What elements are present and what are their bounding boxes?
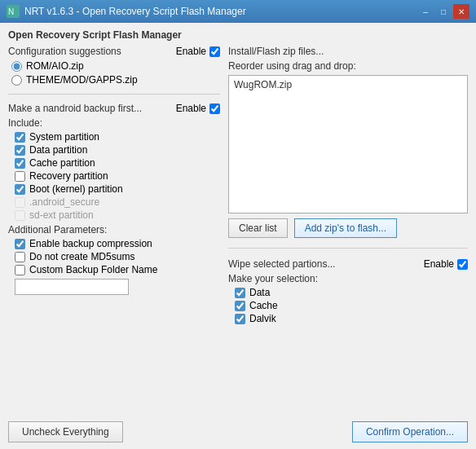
checkbox-data[interactable] [15,145,25,156]
partition-boot[interactable]: Boot (kernel) partition [15,183,220,195]
partition-list: System partition Data partition Cache pa… [8,131,220,221]
option-md5[interactable]: Do not create MD5sums [15,251,220,262]
config-option-rom[interactable]: ROM/AIO.zip [11,60,220,72]
wipe-panel-row: Wipe selected partions... Enable [228,258,468,273]
label-wipe-cache: Cache [249,300,278,311]
close-button[interactable]: ✕ [453,4,469,19]
wipe-enable-checkbox[interactable] [457,259,468,270]
partition-system[interactable]: System partition [15,131,220,143]
label-cache: Cache partition [29,157,95,169]
flash-title: Install/Flash zip files... [228,46,468,57]
checkbox-sdext [15,210,25,221]
right-panel: Install/Flash zip files... Reorder using… [228,46,468,412]
label-wipe-dalvik: Dalvik [249,313,276,324]
checkbox-compression[interactable] [15,239,25,249]
checkbox-wipe-cache[interactable] [235,301,245,311]
list-item[interactable]: WugROM.zip [231,77,465,92]
partition-sdext: sd-ext partition [15,209,220,221]
additional-options: Enable backup compression Do not create … [8,238,220,295]
include-label: Include: [8,117,220,129]
config-title: Configuration suggestions [8,46,121,57]
bottom-bar: Uncheck Everything Confirm Operation... [8,418,468,442]
reorder-label: Reorder using drag and drop: [228,60,468,72]
checkbox-wipe-dalvik[interactable] [235,314,245,324]
option-compression[interactable]: Enable backup compression [15,238,220,249]
partition-android-secure: .android_secure [15,196,220,208]
checkbox-recovery[interactable] [15,171,25,182]
content-body: Configuration suggestions Enable ROM/AIO… [8,46,468,412]
checkbox-boot[interactable] [15,184,25,195]
titlebar-left: N NRT v1.6.3 - Open Recovery Script Flas… [7,5,246,18]
label-data: Data partition [29,144,87,156]
wipe-enable-row: Enable [424,258,468,270]
checkbox-custom-folder[interactable] [15,265,25,275]
confirm-operation-button[interactable]: Confirm Operation... [352,421,468,442]
config-option-theme[interactable]: THEME/MOD/GAPPS.zip [11,74,220,86]
flash-section: Install/Flash zip files... Reorder using… [228,46,468,238]
make-selection-label: Make your selection: [228,273,468,284]
config-title-row: Configuration suggestions Enable [8,46,220,57]
additional-params-label: Additional Parameters: [8,224,220,236]
checkbox-wipe-data[interactable] [235,288,245,298]
app-main-header: Open Recovery Script Flash Manager [8,29,468,41]
config-enable-label: Enable [176,46,206,57]
backup-enable-row: Enable [176,103,220,114]
svg-text:N: N [8,7,14,16]
backup-title-row: Make a nandroid backup first... Enable [8,103,220,114]
divider-2 [228,248,468,249]
config-radio-group: ROM/AIO.zip THEME/MOD/GAPPS.zip [8,60,220,86]
divider-1 [8,94,220,95]
label-boot: Boot (kernel) partition [29,183,123,195]
backup-enable-checkbox[interactable] [209,103,220,114]
clear-list-button[interactable]: Clear list [228,218,288,238]
label-md5: Do not create MD5sums [29,251,134,262]
wipe-enable-label: Enable [424,258,454,270]
config-theme-label: THEME/MOD/GAPPS.zip [26,74,138,86]
config-radio-rom[interactable] [11,61,22,72]
zip-listbox[interactable]: WugROM.zip [228,75,468,213]
maximize-button[interactable]: □ [435,4,452,19]
option-custom-folder[interactable]: Custom Backup Folder Name [15,264,220,275]
label-wipe-data: Data [249,287,270,298]
label-android-secure: .android_secure [29,196,99,208]
backup-enable-label: Enable [176,103,206,114]
flash-buttons: Clear list Add zip's to flash... [228,218,468,238]
wipe-title: Wipe selected partions... [228,258,335,270]
uncheck-everything-button[interactable]: Uncheck Everything [8,421,123,442]
left-panel: Configuration suggestions Enable ROM/AIO… [8,46,220,412]
partition-recovery[interactable]: Recovery partition [15,170,220,182]
config-enable-row: Enable [176,46,220,57]
config-radio-theme[interactable] [11,75,22,86]
backup-title: Make a nandroid backup first... [8,103,142,114]
wipe-section: Wipe selected partions... Enable Make yo… [228,258,468,412]
main-content: Open Recovery Script Flash Manager Confi… [0,23,476,449]
config-rom-label: ROM/AIO.zip [26,60,84,72]
label-system: System partition [29,131,99,143]
partition-cache[interactable]: Cache partition [15,157,220,169]
label-compression: Enable backup compression [29,238,152,249]
window-title: NRT v1.6.3 - Open Recovery Script Flash … [24,6,246,17]
checkbox-md5[interactable] [15,252,25,262]
minimize-button[interactable]: – [417,4,434,19]
checkbox-android-secure [15,197,25,208]
label-sdext: sd-ext partition [29,209,94,221]
backup-section: Make a nandroid backup first... Enable I… [8,103,220,295]
titlebar: N NRT v1.6.3 - Open Recovery Script Flas… [0,0,476,23]
checkbox-system[interactable] [15,132,25,143]
checkbox-cache[interactable] [15,158,25,169]
wipe-dalvik[interactable]: Dalvik [235,313,468,324]
wipe-data[interactable]: Data [235,287,468,298]
config-enable-checkbox[interactable] [209,46,220,57]
custom-folder-input[interactable] [15,279,129,295]
label-custom-folder: Custom Backup Folder Name [29,264,157,275]
wipe-cache[interactable]: Cache [235,300,468,311]
wipe-partition-list: Data Cache Dalvik [228,287,468,324]
app-icon: N [7,5,20,18]
add-zip-button[interactable]: Add zip's to flash... [294,218,397,238]
titlebar-controls: – □ ✕ [417,4,469,19]
partition-data[interactable]: Data partition [15,144,220,156]
config-section: Configuration suggestions Enable ROM/AIO… [8,46,220,86]
label-recovery: Recovery partition [29,170,108,182]
